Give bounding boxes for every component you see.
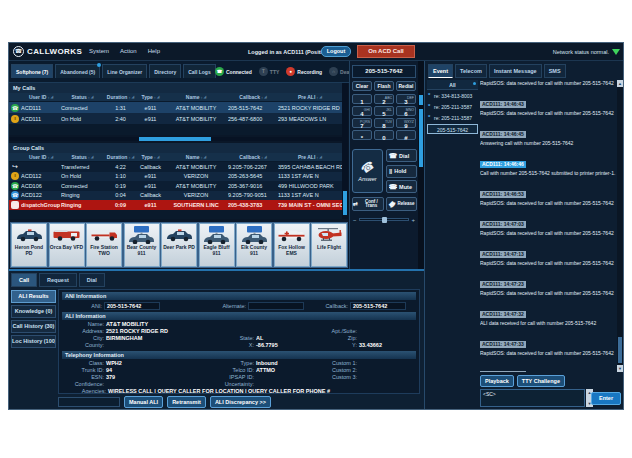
event-message[interactable]: ACD111: 14:47:13RapidSOS: data received … — [480, 242, 617, 266]
vscroll-thumb[interactable] — [419, 109, 423, 167]
mute-button[interactable]: ☎Mute — [386, 180, 417, 193]
vscroll-thumb[interactable] — [343, 191, 347, 215]
retransmit-button[interactable]: Retransmit — [167, 396, 206, 408]
column-header-name[interactable]: Name↕◢ — [164, 93, 228, 101]
call-row[interactable]: ☎dispatchGroupRinging0:09e911SOUTHERN LI… — [9, 200, 342, 210]
call-row[interactable]: ‖ACD112On Hold1:10e911VERIZON205-263-564… — [9, 172, 342, 182]
column-header-duration[interactable]: Duration↕◢ — [104, 153, 137, 161]
event-message[interactable]: RapidSOS: data received for call with nu… — [480, 80, 617, 86]
call-panel-tab-call[interactable]: Call — [11, 273, 37, 287]
column-header-pre-ali[interactable]: Pre ALI↕◢ — [278, 93, 342, 101]
speed-dial-bear-county-911[interactable]: Bear County 911 — [124, 223, 160, 267]
keypad-8-button[interactable]: 8TUV — [374, 118, 394, 128]
keypad-star-button[interactable]: * — [352, 130, 372, 140]
menu-help[interactable]: Help — [148, 48, 160, 54]
column-header-type[interactable]: Type↕◢ — [137, 153, 164, 161]
column-header-user-id[interactable]: User ID↕◢ — [21, 93, 61, 101]
keypad-9-button[interactable]: 9WXYZ — [396, 118, 416, 128]
column-header-callback[interactable]: Callback↕◢ — [228, 93, 278, 101]
call-row[interactable]: ☎ACD122Ringing0:04CallbackVERIZON9.205-7… — [9, 191, 342, 201]
speed-dial-eagle-bluff-911[interactable]: Eagle Bluff 911 — [199, 223, 235, 267]
manual-ali-button[interactable]: Manual ALI — [124, 396, 163, 408]
call-row[interactable]: ☎ACD111Connected1:31e911AT&T MOBILITY205… — [9, 102, 342, 113]
tab-softphone-7[interactable]: Softphone (7) — [11, 64, 53, 78]
event-message[interactable]: ACD111: 14:46:53RapidSOS: data received … — [480, 182, 617, 206]
messages-vscrollbar[interactable] — [617, 80, 623, 372]
speed-dial-orca-bay-vfd[interactable]: Orca Bay VFD — [49, 223, 85, 267]
ali-discrepancy-button[interactable]: ALI Discrepancy >> — [210, 396, 271, 408]
calls-vscrollbar[interactable] — [342, 83, 348, 219]
speed-dial-deer-park-pd[interactable]: Deer Park PD — [161, 223, 197, 267]
volume-thumb[interactable] — [382, 217, 387, 223]
event-message[interactable]: ACD111: 14:47:23RapidSOS: data received … — [480, 272, 617, 296]
tab-abandoned-5[interactable]: Abandoned (5) — [55, 64, 100, 78]
tab-line-organizer[interactable]: Line Organizer — [102, 64, 147, 78]
tty-input[interactable]: <SC> — [480, 389, 585, 407]
event-message[interactable]: ACD111: 14:46:46Call with number 205-515… — [480, 152, 617, 176]
event-tab-telecom[interactable]: Telecom — [455, 64, 487, 78]
event-tab-sms[interactable]: SMS — [544, 64, 566, 78]
keypad-7-button[interactable]: 7PQRS — [352, 118, 372, 128]
my-calls-hscrollbar[interactable] — [9, 137, 342, 141]
event-message[interactable]: ACD111: 14:47:34RapidSOS: data received … — [480, 362, 617, 372]
call-row[interactable]: ↪Transferred4:22CallbackAT&T MOBILITY9.2… — [9, 162, 342, 172]
hscroll-thumb[interactable] — [139, 137, 211, 141]
filter-all[interactable]: All — [427, 80, 478, 90]
volume-down-icon[interactable]: − — [353, 217, 357, 223]
sidebar-item-ali-results[interactable]: ALI Results — [11, 290, 56, 303]
menu-system[interactable]: System — [89, 48, 109, 54]
call-panel-tab-request[interactable]: Request — [39, 273, 77, 287]
manual-ali-input[interactable] — [58, 397, 120, 407]
hold-button[interactable]: ‖Hold — [386, 165, 417, 178]
volume-track[interactable] — [359, 218, 410, 221]
menu-action[interactable]: Action — [120, 48, 137, 54]
redial-button[interactable]: Redial — [396, 81, 416, 91]
speed-dial-elk-county-911[interactable]: Elk County 911 — [236, 223, 272, 267]
clear-button[interactable]: Clear — [352, 81, 372, 91]
volume-up-icon[interactable]: + — [411, 217, 415, 223]
keypad-1-button[interactable]: 1 — [352, 94, 372, 104]
call-row[interactable]: ☎ACD106Connected0:19e911AT&T MOBILITY205… — [9, 181, 342, 191]
call-row[interactable]: ‖ACD111On Hold2:40e911AT&T MOBILITY256-4… — [9, 113, 342, 124]
sidebar-item-loc-history-100[interactable]: Loc History (100) — [11, 335, 56, 348]
speed-dial-fire-station-two[interactable]: Fire Station TWO — [86, 223, 122, 267]
filter-re-205-211-3587[interactable]: *re: 205-211-3587 — [427, 102, 478, 112]
speed-dial-heron-pond-pd[interactable]: Heron Pond PD — [11, 223, 47, 267]
column-header-callback[interactable]: Callback↕◢ — [228, 153, 278, 161]
sidebar-item-knowledge-0[interactable]: Knowledge (0) — [11, 305, 56, 318]
column-header-duration[interactable]: Duration↕◢ — [104, 93, 137, 101]
flash-button[interactable]: Flash — [374, 81, 394, 91]
column-header-status[interactable]: Status↕◢ — [61, 153, 104, 161]
playback-button[interactable]: Playback — [480, 375, 514, 387]
event-message[interactable]: ACD111: 14:46:43RapidSOS: data received … — [480, 92, 617, 116]
event-tab-event[interactable]: Event — [428, 64, 453, 78]
vscroll-thumb[interactable] — [618, 337, 622, 363]
speed-dial-fox-hollow-ems[interactable]: Fox Hollow EMS — [274, 223, 310, 267]
sidebar-item-call-history-30[interactable]: Call History (30) — [11, 320, 56, 333]
column-header-pre-ali[interactable]: Pre ALI↕◢ — [278, 153, 342, 161]
event-tab-instant-message[interactable]: Instant Message — [489, 64, 542, 78]
event-message[interactable]: ACD111: 14:46:45Answering call with numb… — [480, 122, 617, 146]
enter-button[interactable]: Enter — [591, 392, 621, 405]
column-header-user-id[interactable]: User ID↕◢ — [21, 153, 61, 161]
keypad-0-button[interactable]: 0 — [374, 130, 394, 140]
filter-205-515-7642[interactable]: 205-515-7642 — [427, 124, 478, 134]
tty-challenge-button[interactable]: TTY Challenge — [517, 375, 565, 387]
column-header-name[interactable]: Name↕◢ — [164, 153, 228, 161]
keypad-pound-button[interactable]: # — [396, 130, 416, 140]
answer-button[interactable]: ☎ Answer — [352, 149, 383, 193]
release-button[interactable]: ☎Release — [386, 197, 418, 211]
column-header-type[interactable]: Type↕◢ — [137, 93, 164, 101]
filter-re-334-813-8003[interactable]: *re: 334-813-8003 — [427, 91, 478, 101]
call-panel-tab-dial[interactable]: Dial — [79, 273, 105, 287]
filter-re-205-211-3587[interactable]: *re: 205-211-3587 — [427, 113, 478, 123]
conf-trans-button[interactable]: ⇄Conf / Trans — [352, 197, 384, 211]
keypad-4-button[interactable]: 4GHI — [352, 106, 372, 116]
tab-call-logs[interactable]: Call Logs — [183, 64, 216, 78]
volume-slider[interactable]: − + — [353, 216, 415, 223]
vscroll-thumb[interactable] — [419, 95, 423, 105]
tab-directory[interactable]: Directory — [149, 64, 181, 78]
acd-status-button[interactable]: On ACD Call — [357, 45, 415, 58]
dial-button[interactable]: ☎Dial — [386, 149, 417, 162]
keypad-2-button[interactable]: 2ABC — [374, 94, 394, 104]
